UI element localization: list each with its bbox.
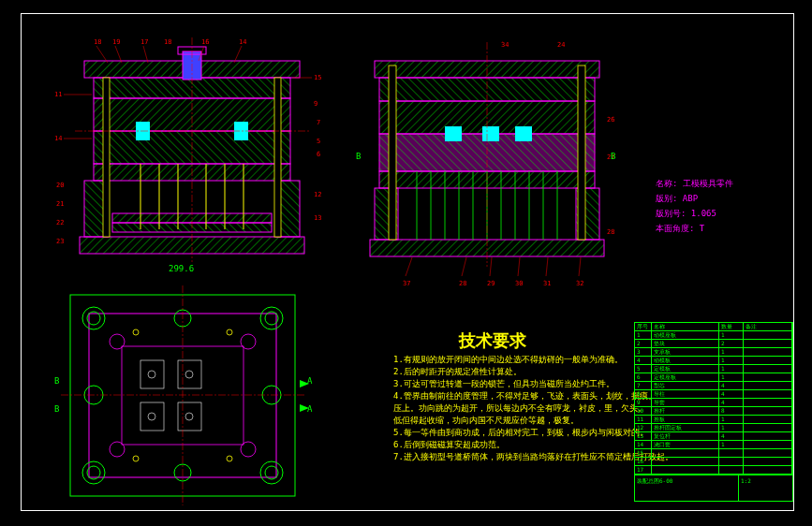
info-angle: 本面角度: T [656, 223, 733, 235]
svg-point-124 [148, 413, 155, 420]
svg-rect-120 [140, 402, 164, 431]
svg-text:B: B [54, 404, 59, 414]
svg-text:B: B [54, 376, 59, 386]
svg-point-104 [260, 307, 283, 329]
svg-point-127 [227, 329, 232, 335]
svg-point-114 [110, 334, 125, 349]
svg-text:299.6: 299.6 [169, 264, 194, 273]
svg-text:13: 13 [314, 214, 321, 222]
svg-point-129 [227, 456, 232, 461]
svg-point-122 [148, 371, 155, 378]
svg-text:22: 22 [56, 219, 64, 226]
svg-text:B: B [356, 152, 361, 161]
svg-line-95 [546, 257, 548, 276]
svg-text:9: 9 [314, 100, 317, 108]
svg-text:18: 18 [164, 38, 171, 46]
svg-point-106 [82, 461, 105, 484]
svg-rect-65 [515, 126, 532, 141]
tech-req-3: 3.可达可管过转道一段的锁芒，但具功当磁所当处约工件。 [393, 378, 614, 390]
title-block: 序号名称数量备注 1动模座板1 2垫块2 3支承板1 4动模板1 5定模板1 6… [634, 322, 793, 509]
svg-text:16: 16 [201, 38, 209, 46]
svg-rect-119 [178, 360, 201, 388]
svg-line-93 [490, 257, 492, 276]
svg-text:28: 28 [607, 228, 614, 236]
svg-line-29 [115, 46, 122, 63]
svg-text:18: 18 [94, 38, 101, 46]
svg-text:19: 19 [112, 38, 120, 46]
svg-text:26: 26 [607, 116, 614, 124]
svg-text:20: 20 [56, 182, 64, 189]
cad-viewport: 18 19 17 18 16 14 11 14 15 9 7 5 6 12 13… [0, 0, 812, 526]
svg-line-27 [96, 46, 108, 63]
tech-req-6: 6.后倒到磁磁算安超成功范。 [393, 439, 505, 451]
tech-req-5: 5.每一等件由到商功成，后的相对完工，到板，根步内与闲板对的。 [393, 427, 648, 439]
svg-point-116 [110, 442, 125, 457]
svg-point-123 [185, 371, 193, 378]
svg-rect-16 [103, 78, 110, 237]
side-section-view: 34 24 26 27 28 37 28 29 30 31 32 B B [347, 33, 627, 295]
front-section-view: 18 19 17 18 16 14 11 14 15 9 7 5 6 12 13… [37, 33, 337, 276]
info-name: 名称: 工模模具零件 [656, 178, 733, 190]
svg-point-128 [133, 456, 139, 461]
svg-rect-63 [445, 126, 462, 141]
tech-req-2: 2.后的时距开的规定准性计算处。 [393, 366, 522, 378]
svg-point-126 [133, 329, 139, 335]
svg-text:B: B [611, 152, 615, 161]
svg-text:5: 5 [317, 138, 320, 145]
drawing-number: 装配总图6-00 [635, 475, 739, 501]
svg-point-102 [82, 307, 105, 329]
drawing-info-panel: 名称: 工模模具零件 版别: ABP 版别号: 1.065 本面角度: T [656, 178, 733, 238]
svg-line-31 [143, 46, 148, 63]
svg-line-91 [406, 257, 412, 276]
svg-rect-118 [140, 360, 164, 388]
svg-text:7: 7 [317, 119, 320, 126]
tech-req-7: 7.进入接初型号道桥筒体，两块到当路均落好在打性应不筒定槽后打致起。 [393, 451, 673, 463]
plan-view: A A B B [47, 281, 318, 510]
svg-text:17: 17 [140, 38, 148, 46]
svg-text:29: 29 [487, 280, 495, 287]
svg-point-125 [185, 413, 193, 420]
svg-point-117 [241, 442, 256, 457]
svg-text:23: 23 [56, 238, 64, 245]
svg-text:15: 15 [314, 74, 321, 81]
bom-table: 序号名称数量备注 1动模座板1 2垫块2 3支承板1 4动模板1 5定模板1 6… [634, 322, 793, 475]
svg-line-94 [518, 257, 520, 276]
svg-text:32: 32 [576, 280, 583, 287]
svg-point-108 [260, 461, 283, 484]
svg-rect-64 [482, 126, 499, 141]
svg-text:6: 6 [317, 151, 320, 158]
svg-text:12: 12 [314, 191, 321, 198]
info-rev: 版别号: 1.065 [656, 208, 733, 220]
info-material: 版别: ABP [656, 193, 733, 205]
svg-text:21: 21 [56, 200, 64, 208]
svg-text:34: 34 [501, 41, 509, 49]
tech-req-title: 技术要求 [459, 329, 526, 352]
svg-point-115 [241, 334, 256, 349]
svg-text:A: A [307, 376, 313, 386]
svg-text:11: 11 [54, 91, 62, 98]
svg-text:31: 31 [543, 280, 551, 287]
svg-line-92 [462, 257, 466, 276]
svg-rect-77 [389, 66, 396, 240]
svg-rect-17 [274, 78, 281, 237]
svg-line-36 [234, 46, 242, 63]
tech-req-4b: 压上。功向跳的为超开，所以每边内不全有哼龙，衬皮，里，欠头。 [393, 402, 646, 415]
svg-text:A: A [307, 404, 313, 414]
svg-text:14: 14 [54, 135, 62, 142]
svg-line-96 [579, 257, 581, 276]
tech-req-4: 4.管界由制前往的度管理，不得对足够，飞迹，表面头，划纹，损痕。 [393, 390, 657, 402]
tech-req-4c: 低但得起收缩，功向内国不尺规应价等越，极复。 [393, 415, 579, 427]
svg-rect-121 [178, 402, 201, 431]
svg-text:37: 37 [403, 280, 410, 287]
svg-text:24: 24 [557, 41, 565, 49]
title-block-footer: 装配总图6-00 1:2 [634, 475, 793, 502]
drawing-scale: 1:2 [739, 475, 792, 501]
svg-text:30: 30 [515, 280, 523, 287]
svg-rect-78 [578, 66, 585, 240]
svg-text:14: 14 [239, 38, 246, 46]
svg-text:28: 28 [459, 280, 466, 287]
tech-req-1: 1.有规则的放开闭间的中间边处选不得妨碍的一般单为准确。 [393, 354, 623, 366]
